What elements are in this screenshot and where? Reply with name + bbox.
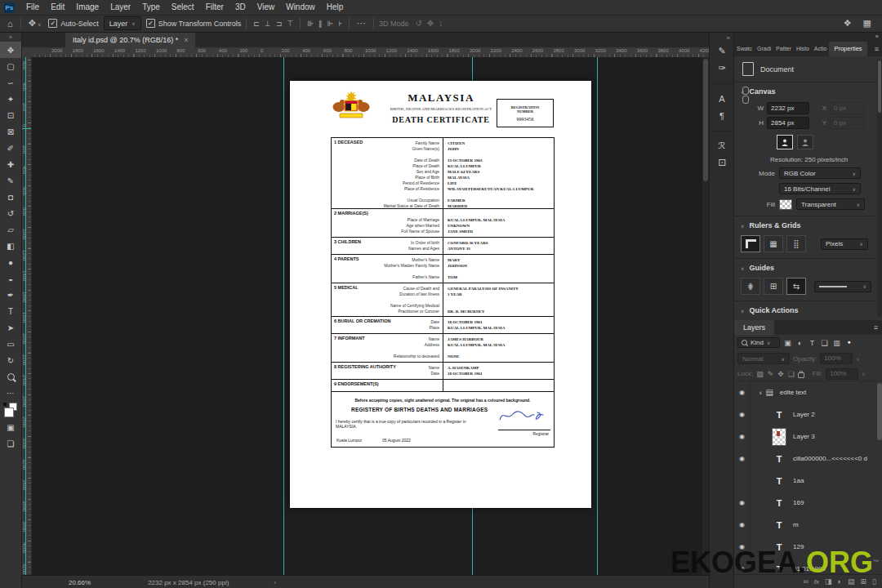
canvas-scrollbar[interactable] — [702, 57, 709, 575]
canvas-section-header[interactable]: ∨Canvas — [741, 82, 876, 100]
home-icon[interactable]: ⌂ — [5, 19, 16, 29]
clear-guides-icon[interactable]: ⇆ — [786, 278, 806, 295]
link-layers-icon[interactable]: ∞ — [803, 577, 808, 586]
auto-select-toggle[interactable]: ✓ Auto-Select — [48, 19, 99, 28]
lock-transparent-icon[interactable]: ▨ — [756, 370, 764, 378]
link-dimensions-icon[interactable] — [742, 86, 749, 102]
panel-tab-patter[interactable]: Patter — [773, 42, 794, 56]
eyedropper-tool[interactable]: ✐ — [0, 140, 21, 156]
layer-row[interactable]: ◉Layer 3 — [734, 425, 882, 448]
orbit-3d-icon[interactable]: ↺ — [413, 19, 423, 28]
screen-mode-icon[interactable]: ❏ — [0, 435, 21, 452]
menu-item-view[interactable]: View — [252, 0, 281, 15]
grid-icon[interactable]: ▦ — [764, 235, 783, 252]
lasso-tool[interactable]: ∽ — [0, 74, 21, 91]
guide-vertical[interactable] — [25, 57, 26, 575]
menu-item-select[interactable]: Select — [166, 0, 200, 15]
panel-menu-icon[interactable]: ≡ — [869, 320, 882, 335]
bit-depth-dropdown[interactable]: 16 Bits/Channel∨ — [779, 183, 861, 194]
crop-tool[interactable]: ⊡ — [0, 107, 21, 123]
layer-row[interactable]: ◉TLayer 2 — [734, 403, 882, 425]
zoom-level[interactable]: 20.66% — [69, 579, 91, 586]
move-tool-preset-icon[interactable]: ✥∨ — [26, 18, 44, 29]
auto-select-target-dropdown[interactable]: Layer∨ — [104, 16, 141, 30]
layer-filter-kind-dropdown[interactable]: Kind ∨ — [737, 337, 780, 348]
panel-tab-properties[interactable]: Properties — [829, 42, 866, 56]
layer-name[interactable]: 01.01.1990 — [793, 565, 826, 572]
layer-name[interactable]: cilla000000...<<<<<<<0 d — [793, 455, 867, 462]
layer-row[interactable]: ◉T169 — [734, 492, 882, 514]
panel-tab-actio[interactable]: Actio — [812, 42, 830, 56]
canvas-viewport[interactable]: 6004002000200400600800100012001400160018… — [21, 57, 709, 575]
adjustment-layer-icon[interactable]: ◐ — [838, 577, 842, 586]
gradient-tool[interactable]: ◧ — [0, 238, 21, 254]
checkbox-icon[interactable]: ✓ — [48, 19, 57, 28]
filter-pin-icon[interactable]: ● — [843, 339, 855, 347]
paragraph-panel-icon[interactable]: ¶ — [710, 107, 734, 124]
ruler-units-dropdown[interactable]: Pixels∨ — [821, 238, 868, 250]
glyphs-panel-icon[interactable]: ℛ — [710, 137, 734, 154]
canvas-document[interactable]: MALAYSIA BIRTHS, DEATHS AND MARRIAGES RE… — [290, 81, 591, 508]
menu-item-filter[interactable]: Filter — [200, 0, 229, 15]
brush-tool[interactable]: ✎ — [0, 172, 21, 189]
visibility-toggle-icon[interactable]: ◉ — [734, 492, 751, 514]
distribute-left-icon[interactable]: ⊩ — [325, 20, 335, 28]
align-left-icon[interactable]: ⊏ — [252, 20, 261, 28]
layer-mask-icon[interactable]: ◨ — [825, 577, 832, 586]
history-brush-tool[interactable]: ↺ — [0, 205, 21, 221]
quick-actions-header[interactable]: ∨Quick Actions — [741, 301, 876, 318]
panel-tab-swatc[interactable]: Swatc — [734, 42, 755, 56]
toolbar-collapse-icon[interactable]: » — [0, 33, 21, 42]
layer-row[interactable]: ◉T129 — [734, 536, 882, 558]
layers-scrollbar[interactable] — [877, 383, 882, 440]
brush-settings-icon[interactable]: ✎ — [710, 42, 734, 60]
dolly-3d-icon[interactable]: ↕ — [437, 19, 444, 28]
menu-item-image[interactable]: Image — [70, 0, 105, 15]
vertical-ruler[interactable]: 6004002000200400600800100012001400160018… — [21, 57, 32, 575]
lock-all-icon[interactable] — [798, 372, 804, 378]
canvas-height-field[interactable]: 2854 px — [767, 117, 809, 129]
marquee-tool[interactable]: ▢ — [0, 58, 21, 74]
fill-dropdown[interactable]: Transparent∨ — [796, 198, 865, 210]
layers-tab[interactable]: Layers — [734, 320, 774, 335]
layer-name[interactable]: m — [793, 521, 799, 528]
lock-artboard-icon[interactable]: ❏ — [788, 370, 795, 378]
fill-swatch[interactable] — [779, 199, 792, 210]
visibility-toggle-icon[interactable]: ◉ — [734, 558, 751, 574]
menu-item-edit[interactable]: Edit — [45, 0, 70, 15]
checkbox-icon[interactable]: ✓ — [146, 19, 155, 28]
layer-row[interactable]: ◉T01.01.1990 — [734, 558, 882, 574]
visibility-toggle-icon[interactable]: ◉ — [734, 514, 751, 536]
orientation-portrait-button[interactable] — [777, 135, 793, 149]
visibility-toggle-icon[interactable]: ◉ — [734, 381, 751, 403]
pan-3d-icon[interactable]: ✥ — [425, 19, 435, 28]
move-tool[interactable]: ✥ — [0, 42, 21, 58]
menu-item-window[interactable]: Window — [280, 0, 321, 15]
blend-mode-dropdown[interactable]: Normal∨ — [737, 353, 790, 364]
pixel-grid-icon[interactable]: ⣿ — [786, 235, 806, 252]
color-mode-dropdown[interactable]: RGB Color∨ — [779, 167, 861, 179]
visibility-toggle-icon[interactable]: ◉ — [734, 448, 751, 470]
object-selection-tool[interactable]: ✦ — [0, 91, 21, 107]
opacity-field[interactable]: 100% — [820, 353, 853, 364]
eraser-tool[interactable]: ▱ — [0, 221, 21, 238]
menu-item-3d[interactable]: 3D — [229, 0, 252, 15]
canvas-width-field[interactable]: 2232 px — [767, 102, 809, 114]
pen-tool[interactable]: ✒ — [0, 287, 21, 303]
fill-opacity-field[interactable]: 100% — [826, 368, 858, 380]
clone-stamp-tool[interactable]: ◘ — [0, 189, 21, 205]
filter-pixel-icon[interactable]: ▣ — [782, 339, 794, 347]
lock-paint-icon[interactable]: ✎ — [768, 370, 774, 378]
character-panel-icon[interactable]: A — [710, 90, 734, 107]
lock-move-icon[interactable]: ✥ — [777, 370, 784, 378]
type-tool[interactable]: T — [0, 303, 21, 319]
menu-item-help[interactable]: Help — [321, 0, 350, 15]
dock-collapse-icon[interactable]: » — [710, 33, 734, 42]
menu-item-layer[interactable]: Layer — [105, 0, 136, 15]
layer-name[interactable]: 129 — [793, 543, 804, 550]
layer-name[interactable]: 1aa — [793, 477, 804, 484]
align-right-icon[interactable]: ⊐ — [274, 20, 284, 28]
healing-brush-tool[interactable]: ✚ — [0, 156, 21, 172]
distribute-horizontal-icon[interactable]: ∥ — [317, 20, 324, 28]
layer-name[interactable]: Layer 2 — [793, 411, 815, 418]
